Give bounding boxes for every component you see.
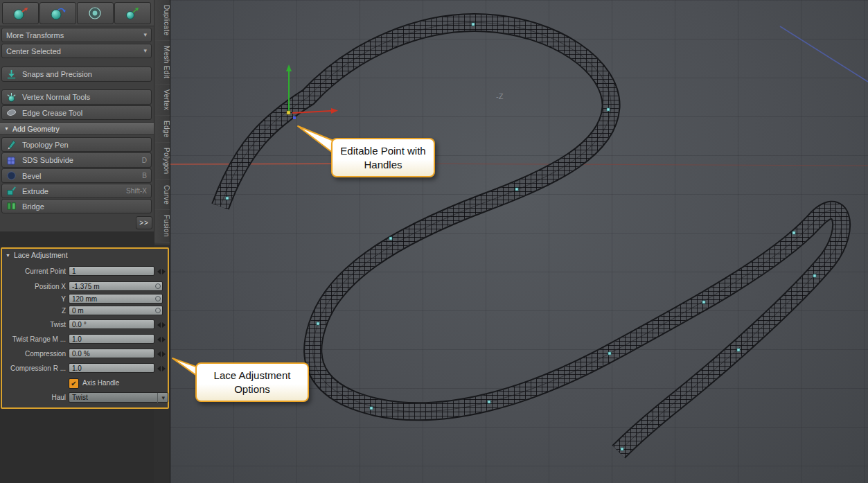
position-y-row: Y 120 mm	[2, 294, 168, 305]
tool-category-tabs: Duplicate Mesh Edit Vertex Edge Polygon …	[154, 0, 170, 245]
twist-row: Twist 0.0 °	[2, 319, 168, 331]
compression-field[interactable]: 0.0 %	[69, 349, 154, 358]
tab-mesh-edit[interactable]: Mesh Edit	[154, 41, 170, 84]
haul-dropdown[interactable]: Twist ▾	[69, 392, 168, 403]
falloff-tool-icon	[87, 6, 105, 21]
edge-crease-tool-label: Edge Crease Tool	[22, 109, 82, 117]
twist-field[interactable]: 0.0 °	[69, 319, 154, 329]
sds-subdivide-icon	[6, 155, 19, 166]
tab-fusion[interactable]: Fusion	[154, 210, 170, 243]
haul-value: Twist	[72, 393, 88, 403]
edge-crease-tool-button[interactable]: Edge Crease Tool	[1, 105, 152, 120]
position-x-row: Position X -1.375 m	[2, 281, 168, 292]
position-y-label: Y	[2, 294, 66, 304]
element-move-tool-button[interactable]	[114, 2, 151, 24]
expand-palette-button[interactable]: >>	[136, 216, 152, 229]
sds-subdivide-label: SDS Subdivide	[22, 156, 73, 164]
transform-toolbar	[0, 0, 154, 26]
extrude-shortcut: Shift-X	[126, 187, 147, 195]
position-z-field[interactable]: 0 m	[69, 306, 163, 315]
twist-range-spinner[interactable]	[157, 336, 168, 343]
left-toolbox: More Transforms ▾ Center Selected ▾ Snap…	[0, 0, 154, 483]
vertex-normal-tools-button[interactable]: Vertex Normal Tools	[1, 89, 152, 105]
viewport-grid	[170, 0, 868, 483]
falloff-tool-button[interactable]	[77, 2, 114, 24]
extrude-button[interactable]: Extrude Shift-X	[1, 184, 152, 198]
collapse-triangle-icon: ▼	[6, 253, 10, 258]
keyframe-circle-icon[interactable]	[155, 308, 161, 313]
lace-panel-header[interactable]: ▼ Lace Adjustment	[6, 251, 68, 259]
tab-vertex[interactable]: Vertex	[154, 85, 170, 116]
keyframe-circle-icon[interactable]	[155, 283, 161, 289]
bevel-label: Bevel	[22, 172, 42, 180]
twist-range-row: Twist Range M ... 1.0	[2, 334, 168, 345]
move-tool-icon	[12, 6, 30, 21]
callout-editable-point: Editable Point with Handles	[331, 138, 435, 177]
compression-range-label: Compression R ...	[2, 363, 66, 374]
edge-crease-icon	[6, 107, 19, 118]
position-y-field[interactable]: 120 mm	[69, 294, 163, 304]
compression-spinner[interactable]	[157, 351, 168, 358]
element-move-tool-icon	[124, 6, 142, 21]
position-z-label: Z	[2, 306, 66, 316]
position-x-field[interactable]: -1.375 m	[69, 281, 163, 291]
compression-range-spinner[interactable]	[157, 365, 168, 372]
twist-spinner[interactable]	[157, 322, 168, 328]
chevron-down-icon: ▾	[143, 48, 147, 54]
axis-handle-label: Axis Handle	[82, 378, 119, 388]
callout-editable-point-text: Editable Point with Handles	[340, 145, 425, 170]
twist-value: 0.0 °	[72, 321, 87, 328]
twist-range-field[interactable]: 1.0	[69, 334, 154, 344]
callout-lace-options-text: Lace Adjustment Options	[214, 369, 291, 395]
add-geometry-label: Add Geometry	[12, 125, 60, 133]
snaps-precision-button[interactable]: Snaps and Precision	[1, 67, 152, 82]
current-point-field[interactable]: 1	[69, 266, 154, 276]
snap-icon	[6, 69, 19, 80]
callout-lace-options: Lace Adjustment Options	[195, 362, 309, 402]
compression-label: Compression	[2, 349, 66, 359]
haul-row: Haul Twist ▾	[2, 392, 168, 403]
bridge-button[interactable]: Bridge	[1, 199, 152, 213]
tab-edge[interactable]: Edge	[154, 116, 170, 143]
compression-range-row: Compression R ... 1.0	[2, 363, 168, 374]
selected-point[interactable]	[287, 111, 290, 114]
position-x-label: Position X	[2, 281, 66, 292]
position-z-row: Z 0 m	[2, 306, 168, 317]
bridge-label: Bridge	[22, 202, 44, 211]
position-x-value: -1.375 m	[72, 283, 99, 290]
bevel-button[interactable]: Bevel B	[1, 168, 152, 183]
compression-range-value: 1.0	[72, 365, 82, 372]
extrude-icon	[6, 186, 19, 196]
move-tool-button[interactable]	[2, 2, 39, 24]
topology-pen-icon	[6, 139, 19, 150]
center-selected-dropdown[interactable]: Center Selected ▾	[1, 44, 152, 58]
tool-palette: More Transforms ▾ Center Selected ▾ Snap…	[0, 0, 154, 231]
point-handle-dot[interactable]	[293, 116, 296, 119]
bevel-shortcut: B	[142, 172, 147, 179]
lace-adjustment-panel: ▼ Lace Adjustment Current Point 1 Positi…	[1, 247, 169, 409]
keyframe-circle-icon[interactable]	[155, 296, 161, 301]
axis-handle-checkbox[interactable]: ✔	[69, 378, 79, 389]
axis-handle-row: ✔ Axis Handle	[2, 378, 168, 389]
tab-polygon[interactable]: Polygon	[154, 143, 170, 179]
compression-range-field[interactable]: 1.0	[69, 363, 154, 373]
vertex-normal-icon	[6, 92, 19, 103]
current-point-spinner[interactable]	[157, 268, 168, 275]
twist-range-label: Twist Range M ...	[2, 334, 66, 344]
rotate-tool-button[interactable]	[39, 2, 76, 24]
tab-curve[interactable]: Curve	[154, 180, 170, 210]
rotate-tool-icon	[49, 6, 67, 21]
more-transforms-dropdown[interactable]: More Transforms ▾	[1, 28, 152, 42]
3d-viewport[interactable]: -Z Editable Point with Handles Lace Adju…	[170, 0, 868, 483]
viewport-canvas[interactable]	[170, 0, 868, 483]
topology-pen-button[interactable]: Topology Pen	[1, 137, 152, 152]
current-point-label: Current Point	[2, 266, 66, 276]
chevron-down-icon: ▾	[157, 393, 165, 403]
position-y-value: 120 mm	[72, 295, 97, 303]
tab-duplicate[interactable]: Duplicate	[154, 0, 170, 41]
sds-subdivide-button[interactable]: SDS Subdivide D	[1, 152, 152, 168]
sds-subdivide-shortcut: D	[142, 157, 147, 164]
check-icon: ✔	[71, 380, 76, 387]
add-geometry-header[interactable]: ▼ Add Geometry	[0, 122, 154, 135]
current-point-value: 1	[72, 267, 76, 275]
